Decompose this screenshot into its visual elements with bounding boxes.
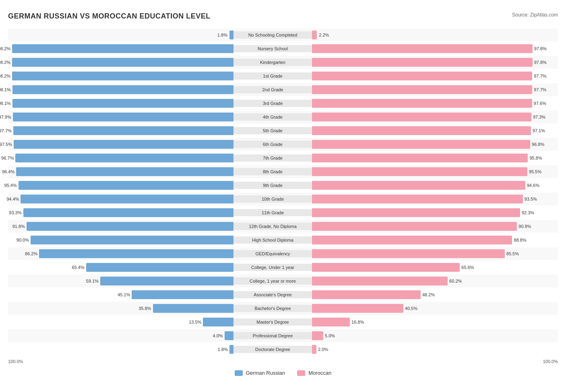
bar-row: 94.4%10th Grade93.5% [8, 193, 558, 205]
bar-label: 8th Grade [233, 168, 312, 175]
bar-right [312, 277, 448, 285]
legend-item-right: Moroccan [297, 370, 331, 376]
bar-left [229, 345, 233, 354]
bar-label: Bachelor's Degree [233, 305, 312, 312]
bar-value-left: 1.8% [217, 33, 227, 37]
bar-right [312, 140, 530, 149]
bar-row: 45.1%Associate's Degree48.2% [8, 288, 558, 301]
bar-label: Nursery School [233, 45, 312, 52]
bar-value-left: 98.1% [0, 87, 11, 92]
legend-item-left: German Russian [235, 370, 285, 376]
bar-left [132, 290, 233, 299]
bar-row: 97.9%4th Grade97.3% [8, 111, 558, 123]
bar-value-left: 98.2% [0, 74, 10, 78]
bar-value-left: 98.2% [0, 60, 10, 65]
bar-right [312, 85, 532, 94]
bar-row: 4.0%Professional Degree5.0% [8, 329, 558, 342]
bar-value-left: 97.9% [0, 115, 11, 119]
bar-value-left: 13.5% [189, 320, 201, 324]
bar-label: GED/Equivalency [233, 250, 312, 257]
bar-right [312, 222, 517, 231]
bar-value-right: 2.2% [319, 33, 329, 37]
bar-value-right: 40.5% [405, 306, 417, 311]
bar-right [312, 236, 512, 244]
bar-left [23, 208, 233, 217]
bar-row: 86.2%GED/Equivalency85.5% [8, 247, 558, 260]
legend-box-left [235, 370, 243, 376]
bar-row: 96.7%7th Grade95.8% [8, 152, 558, 164]
bar-value-left: 94.4% [6, 197, 19, 201]
bar-row: 98.1%3rd Grade97.6% [8, 97, 558, 110]
bar-row: 1.8%No Schooling Completed2.2% [8, 29, 558, 41]
bar-right [312, 331, 323, 340]
bar-value-right: 92.3% [522, 210, 534, 215]
bar-row: 98.2%1st Grade97.7% [8, 70, 558, 82]
bar-label: Kindergarten [233, 59, 312, 66]
bar-value-right: 96.8% [532, 142, 544, 147]
bar-right [312, 58, 533, 67]
axis-label-right: 100.0% [543, 359, 558, 364]
bar-left [12, 85, 233, 94]
bar-row: 96.4%8th Grade95.5% [8, 165, 558, 178]
bar-row: 65.4%College, Under 1 year65.6% [8, 261, 558, 274]
bar-left [12, 72, 233, 80]
bar-value-left: 97.5% [0, 142, 12, 147]
bar-label: Master's Degree [233, 318, 312, 326]
bar-left [12, 44, 233, 53]
bar-right [312, 154, 528, 162]
bar-left [15, 154, 233, 162]
bar-right [312, 126, 531, 135]
bar-left [39, 249, 233, 258]
bar-left [13, 113, 233, 121]
bar-label: College, Under 1 year [233, 264, 312, 271]
bar-right [312, 44, 533, 53]
bar-left [86, 263, 233, 272]
bar-right [312, 290, 421, 299]
bar-right [312, 113, 531, 121]
bar-row: 98.2%Nursery School97.8% [8, 42, 558, 55]
bar-value-left: 86.2% [25, 251, 37, 256]
bar-left [16, 167, 233, 176]
bar-row: 97.7%5th Grade97.1% [8, 124, 558, 137]
bar-row: 97.5%6th Grade96.8% [8, 138, 558, 151]
bar-value-left: 91.8% [12, 224, 25, 229]
bar-left [229, 31, 233, 39]
bar-right [312, 181, 525, 190]
bar-value-right: 88.8% [514, 238, 526, 242]
legend-label-right: Moroccan [308, 370, 331, 376]
bar-value-left: 90.0% [17, 238, 29, 242]
bar-label: 10th Grade [233, 195, 312, 203]
legend: German Russian Moroccan [8, 370, 558, 376]
bar-right [312, 72, 532, 80]
bar-label: 2nd Grade [233, 86, 312, 93]
bar-right [312, 345, 316, 354]
bar-value-right: 97.6% [534, 101, 546, 106]
bar-value-left: 1.8% [218, 347, 228, 352]
bar-right [312, 195, 523, 203]
bar-label: 6th Grade [233, 141, 312, 148]
bar-value-right: 16.8% [351, 320, 364, 324]
bar-value-left: 95.4% [4, 183, 17, 188]
bar-value-left: 65.4% [72, 265, 85, 270]
axis-label-left: 100.0% [8, 359, 23, 364]
bar-value-right: 97.7% [534, 74, 546, 78]
bar-value-right: 93.5% [525, 197, 537, 201]
chart-source: Source: ZipAtlas.com [512, 12, 558, 18]
legend-box-right [297, 370, 305, 376]
bar-left [27, 222, 233, 231]
bar-value-left: 35.8% [138, 306, 151, 311]
bar-label: 11th Grade [233, 209, 312, 216]
bar-value-right: 65.6% [461, 265, 474, 270]
bar-value-left: 98.2% [0, 46, 10, 51]
bar-left [19, 181, 233, 190]
bar-row: 35.8%Bachelor's Degree40.5% [8, 302, 558, 315]
bar-value-right: 85.5% [506, 251, 519, 256]
bar-value-right: 94.6% [527, 183, 539, 188]
bar-value-right: 97.8% [534, 46, 547, 51]
bar-label: High School Diploma [233, 236, 312, 244]
bar-left [14, 140, 233, 149]
bar-value-left: 45.1% [118, 292, 130, 297]
bar-value-right: 97.7% [534, 87, 546, 92]
bar-value-right: 97.3% [533, 115, 545, 119]
bar-left [203, 318, 233, 326]
